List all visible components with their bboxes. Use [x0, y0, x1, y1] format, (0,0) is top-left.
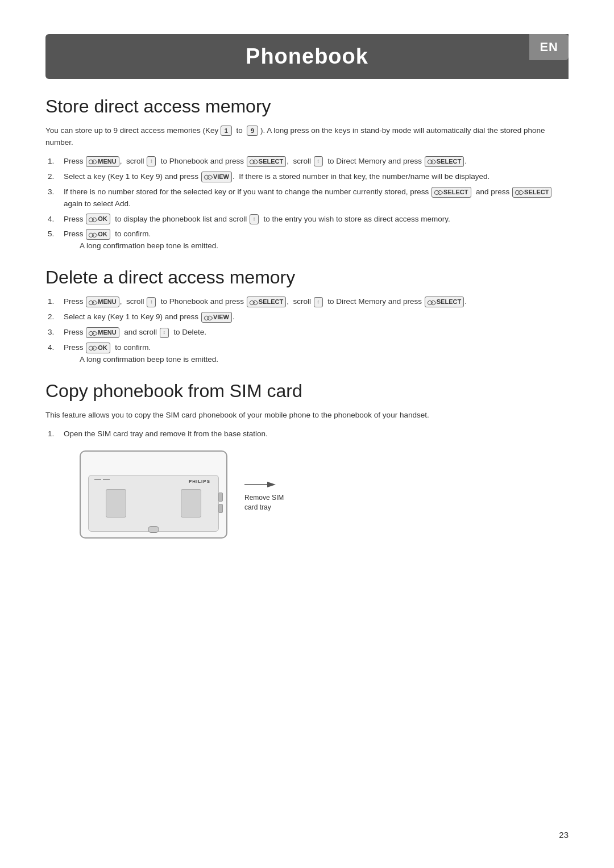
title-bar: Phonebook EN	[45, 34, 569, 79]
page: Phonebook EN Store direct access memory …	[0, 0, 614, 868]
section-store: Store direct access memory You can store…	[45, 96, 569, 254]
dash-line-1	[94, 479, 101, 480]
menu-btn-1: MENU	[86, 156, 119, 167]
sim-slot-2	[181, 489, 201, 518]
section-delete-title: Delete a direct access memory	[45, 267, 569, 288]
delete-step-4: Press OK to confirm. A long confirmation…	[45, 342, 569, 368]
select-btn-2: SELECT	[425, 156, 464, 167]
side-btn-2	[218, 504, 223, 513]
select-btn-6: SELECT	[425, 297, 464, 307]
section-store-title: Store direct access memory	[45, 96, 569, 117]
page-title: Phonebook	[246, 44, 368, 69]
ok-btn-1: OK	[86, 214, 110, 224]
store-step-5: Press OK to confirm. A long confirmation…	[45, 228, 569, 254]
scroll-icon-4: ↕	[147, 297, 156, 307]
store-steps-list: Press MENU, scroll ↕ to Phonebook and pr…	[45, 156, 569, 254]
delete-steps-list: Press MENU, scroll ↕ to Phonebook and pr…	[45, 296, 569, 368]
scroll-icon-3: ↕	[250, 214, 259, 224]
section-copy-title: Copy phonebook from SIM card	[45, 381, 569, 402]
ok-btn-2: OK	[86, 229, 110, 240]
scroll-icon-6: ↕	[160, 328, 169, 338]
section-copy-intro: This feature allows you to copy the SIM …	[45, 410, 569, 422]
section-delete: Delete a direct access memory Press MENU…	[45, 267, 569, 368]
delete-step-2: Select a key (Key 1 to Key 9) and press …	[45, 311, 569, 323]
dash-line-2	[103, 479, 110, 480]
scroll-icon-1: ↕	[147, 156, 156, 166]
sim-slot-1	[106, 489, 126, 518]
scroll-icon-5: ↕	[314, 297, 323, 307]
key-1-badge: 1	[221, 126, 232, 136]
store-step-3: If there is no number stored for the sel…	[45, 186, 569, 210]
store-step-4: Press OK to display the phonebook list a…	[45, 214, 569, 226]
svg-marker-1	[267, 482, 276, 487]
store-step-5-subnote: A long confirmation beep tone is emitted…	[80, 240, 218, 252]
delete-step-3: Press MENU and scroll ↕ to Delete.	[45, 327, 569, 339]
view-btn-2: VIEW	[201, 312, 232, 323]
menu-btn-3: MENU	[86, 327, 119, 338]
store-step-1: Press MENU, scroll ↕ to Phonebook and pr…	[45, 156, 569, 168]
key-9-badge: 9	[247, 126, 258, 136]
menu-btn-2: MENU	[86, 297, 119, 307]
language-badge: EN	[529, 34, 569, 60]
select-btn-5: SELECT	[247, 297, 286, 307]
store-step-2: Select a key (Key 1 to Key 9) and press …	[45, 171, 569, 183]
section-store-intro: You can store up to 9 direct access memo…	[45, 125, 569, 149]
sim-diagram: PHILIPS	[80, 450, 569, 539]
sim-label-area: Remove SIMcard tray	[244, 476, 284, 512]
dash-lines	[94, 479, 110, 480]
section-copy: Copy phonebook from SIM card This featur…	[45, 381, 569, 539]
page-number: 23	[559, 830, 569, 840]
handset-inner: PHILIPS	[88, 475, 219, 532]
delete-step-1: Press MENU, scroll ↕ to Phonebook and pr…	[45, 296, 569, 308]
scroll-icon-2: ↕	[314, 156, 323, 166]
copy-steps-list: Open the SIM card tray and remove it fro…	[45, 428, 569, 440]
view-btn-1: VIEW	[201, 172, 232, 182]
sim-card-label: Remove SIMcard tray	[244, 493, 284, 512]
handset-box: PHILIPS	[80, 450, 227, 539]
select-btn-3: SELECT	[432, 187, 471, 198]
sim-arrow-icon	[244, 476, 279, 493]
copy-step-1: Open the SIM card tray and remove it fro…	[45, 428, 569, 440]
ok-btn-3: OK	[86, 343, 110, 353]
handset-bottom-btn	[148, 526, 159, 533]
select-btn-1: SELECT	[247, 156, 286, 167]
brand-label: PHILIPS	[189, 479, 210, 484]
side-btn-1	[218, 493, 223, 502]
delete-step-4-subnote: A long confirmation beep tone is emitted…	[80, 354, 218, 366]
select-btn-4: SELECT	[512, 187, 551, 198]
side-btns	[218, 493, 223, 513]
